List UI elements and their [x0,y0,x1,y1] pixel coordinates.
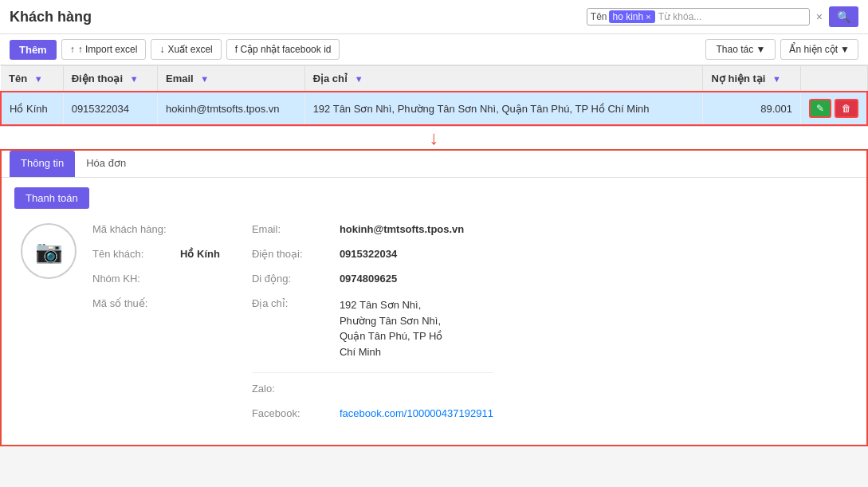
avatar: 📷 [21,223,77,279]
col-no-filter-icon[interactable]: ▼ [772,74,781,84]
info-row-ten-khach: Tên khách: Hồ Kính [92,248,220,260]
search-tag-close-icon[interactable]: × [646,12,650,22]
dien-thoai-label: Điện thoại: [252,248,340,260]
update-facebook-button[interactable]: f Cập nhật facebook id [226,39,340,60]
edit-button[interactable]: ✎ [809,99,831,118]
payment-button[interactable]: Thanh toán [14,187,89,209]
col-header-dia-chi: Địa chỉ ▼ [304,66,703,92]
detail-tabs: Thông tin Hóa đơn [2,151,866,178]
action-cell: ✎ 🗑 [809,99,858,118]
col-header-email: Email ▼ [158,66,305,92]
cell-ten: Hồ Kính [1,92,63,125]
info-row-dia-chi: Địa chỉ: 192 Tân Sơn Nhì,Phường Tân Sơn … [252,297,493,359]
export-icon: ↓ [159,44,164,55]
info-row-email: Email: hokinh@tmtsofts.tpos.vn [252,223,493,235]
info-row-zalo: Zalo: [252,383,493,395]
col-dia-chi-label: Địa chỉ [313,73,348,84]
toolbar: Thêm ↑ ↑ Import excel ↓ Xuất excel f Cập… [0,34,868,65]
delete-button[interactable]: 🗑 [835,99,858,118]
action-arrow-icon: ▼ [756,44,766,55]
action-label: Thao tác [716,44,753,55]
col-dien-thoai-label: Điện thoại [72,73,123,84]
email-label: Email: [252,223,340,235]
col-header-ten: Tên ▼ [1,66,63,92]
dia-chi-label: Địa chỉ: [252,297,340,309]
customers-table-container: Tên ▼ Điện thoại ▼ Email ▼ Địa chỉ ▼ Nợ … [0,65,868,127]
search-clear-button[interactable]: × [813,10,826,23]
ma-khach-hang-label: Mã khách hàng: [92,223,180,235]
cell-no-hien-tai: 89.001 [703,92,801,125]
hide-col-arrow-icon: ▼ [840,44,850,55]
search-tag-value: ho kinh [613,11,644,22]
customer-info-wrapper: 📷 Mã khách hàng: Tên khách: Hồ Kính Nhóm… [14,220,854,435]
export-excel-button[interactable]: ↓ Xuất excel [151,39,221,60]
cell-actions: ✎ 🗑 [801,92,868,125]
col-email-label: Email [166,73,194,84]
col-header-no-hien-tai: Nợ hiện tại ▼ [703,66,801,92]
col-header-actions [801,66,868,92]
col-email-filter-icon[interactable]: ▼ [200,74,209,84]
col-no-label: Nợ hiện tại [711,73,765,84]
table-header-row: Tên ▼ Điện thoại ▼ Email ▼ Địa chỉ ▼ Nợ … [1,66,867,92]
tab-hoa-don[interactable]: Hóa đơn [75,151,137,177]
cell-dien-thoai: 0915322034 [63,92,157,125]
detail-content: Thanh toán 📷 Mã khách hàng: Tên khách: H… [2,178,866,445]
col-header-dien-thoai: Điện thoại ▼ [63,66,157,92]
info-row-di-dong: Di động: 0974809625 [252,273,493,285]
import-label: ↑ Import excel [78,44,138,55]
zalo-label: Zalo: [252,383,340,395]
import-excel-button[interactable]: ↑ ↑ Import excel [61,39,147,60]
search-bar: Tên ho kinh × Từ khóa... × 🔍 [587,6,858,27]
dien-thoai-value: 0915322034 [340,248,397,260]
detail-panel: Thông tin Hóa đơn Thanh toán 📷 Mã khách … [0,149,868,446]
email-value: hokinh@tmtsofts.tpos.vn [340,223,464,235]
info-grid: Mã khách hàng: Tên khách: Hồ Kính Nhóm K… [92,223,493,432]
page-header: Khách hàng Tên ho kinh × Từ khóa... × 🔍 [0,0,868,34]
di-dong-value: 0974809625 [340,273,397,285]
col-dia-chi-filter-icon[interactable]: ▼ [355,74,363,84]
customers-table: Tên ▼ Điện thoại ▼ Email ▼ Địa chỉ ▼ Nợ … [0,65,868,126]
cell-dia-chi: 192 Tân Sơn Nhì, Phường Tân Sơn Nhì, Quậ… [304,92,703,125]
search-placeholder: Từ khóa... [658,11,806,22]
tab-thong-tin[interactable]: Thông tin [10,151,75,177]
page-title: Khách hàng [10,9,92,26]
action-dropdown-button[interactable]: Thao tác ▼ [705,39,776,60]
expand-arrow-indicator: ↓ [0,127,868,149]
table-row[interactable]: Hồ Kính 0915322034 hokinh@tmtsofts.tpos.… [1,92,867,125]
cell-email: hokinh@tmtsofts.tpos.vn [158,92,305,125]
add-button[interactable]: Thêm [10,40,57,60]
col-dien-thoai-filter-icon[interactable]: ▼ [130,74,139,84]
ten-khach-value: Hồ Kính [180,248,220,260]
search-tag-container[interactable]: Tên ho kinh × Từ khóa... [587,8,810,26]
divider [252,372,493,373]
hide-column-button[interactable]: Ẩn hiện cột ▼ [780,39,858,60]
facebook-value[interactable]: facebook.com/100000437192911 [340,407,493,419]
di-dong-label: Di động: [252,273,340,285]
info-row-dien-thoai: Điện thoại: 0915322034 [252,248,493,260]
arrow-down-icon: ↓ [430,127,439,148]
info-row-nhom-kh: Nhóm KH: [92,273,220,285]
search-button[interactable]: 🔍 [829,6,858,27]
facebook-label: Facebook: [252,407,340,419]
export-label: Xuất excel [167,44,212,55]
import-icon: ↑ [70,44,75,55]
info-row-ma-khach-hang: Mã khách hàng: [92,223,220,235]
camera-icon: 📷 [35,238,63,265]
ma-so-thue-label: Mã số thuế: [92,297,180,309]
search-tag: ho kinh × [609,10,655,23]
info-row-ma-so-thue: Mã số thuế: [92,297,220,309]
info-col-right: Email: hokinh@tmtsofts.tpos.vn Điện thoạ… [252,223,493,432]
nhom-kh-label: Nhóm KH: [92,273,180,285]
dia-chi-value: 192 Tân Sơn Nhì,Phường Tân Sơn Nhì,Quận … [340,297,442,359]
col-ten-label: Tên [9,73,27,84]
search-tag-label: Tên [591,11,607,22]
info-col-left: Mã khách hàng: Tên khách: Hồ Kính Nhóm K… [92,223,220,432]
info-row-facebook: Facebook: facebook.com/100000437192911 [252,407,493,419]
hide-col-label: Ẩn hiện cột [789,44,838,55]
col-ten-filter-icon[interactable]: ▼ [34,74,43,84]
ten-khach-label: Tên khách: [92,248,180,260]
